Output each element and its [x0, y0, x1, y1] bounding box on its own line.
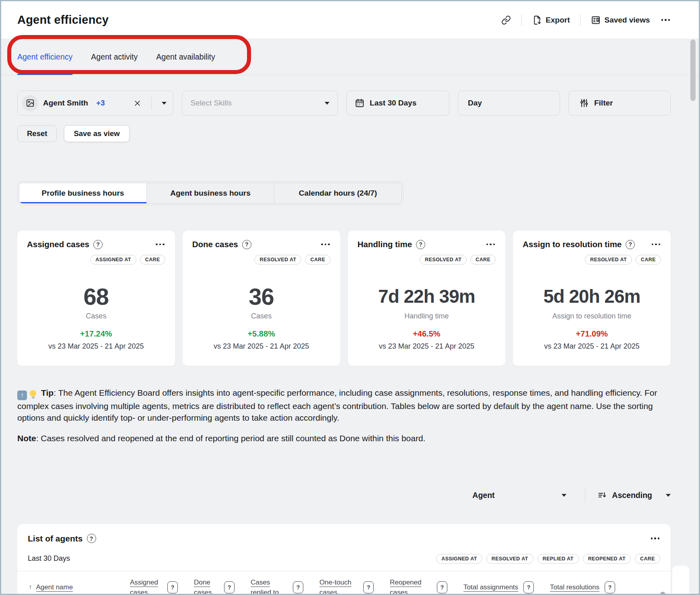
- sliders-icon: [579, 98, 589, 108]
- board-tabs: Agent efficiency Agent activity Agent av…: [1, 39, 699, 75]
- status-badge: RESOLVED AT: [486, 554, 533, 564]
- card-more-button[interactable]: [155, 241, 165, 248]
- link-icon: [501, 15, 511, 25]
- tab-profile-business-hours[interactable]: Profile business hours: [19, 183, 147, 203]
- column-label[interactable]: One-touch cases: [319, 577, 358, 595]
- note-label: Note: [17, 434, 36, 443]
- chevron-down-icon: [325, 102, 329, 105]
- card-more-button[interactable]: [651, 241, 661, 248]
- column-label[interactable]: Total assignments: [463, 582, 518, 592]
- tab-label: Agent activity: [91, 52, 138, 62]
- help-icon[interactable]: ?: [523, 581, 534, 593]
- save-as-view-button[interactable]: Save as view: [64, 125, 129, 142]
- help-icon[interactable]: ?: [293, 581, 303, 593]
- top-bar: Agent efficiency Export Saved views: [1, 1, 699, 39]
- tab-agent-availability[interactable]: Agent availability: [156, 39, 215, 75]
- metric-comparison: vs 23 Mar 2025 - 21 Apr 2025: [27, 342, 165, 351]
- card-title: Assigned cases: [27, 240, 89, 249]
- metric-unit: Assign to resolution time: [523, 312, 661, 320]
- handling-time-card: Handling time ? RESOLVED AT CARE 7d 22h …: [348, 231, 506, 366]
- agent-filter-clear-button[interactable]: [134, 99, 141, 107]
- chip-divider: [151, 97, 152, 109]
- business-hours-tabs: Profile business hours Agent business ho…: [17, 181, 404, 205]
- assign-to-resolution-card: Assign to resolution time ? RESOLVED AT …: [513, 231, 671, 366]
- page-title: Agent efficiency: [17, 13, 109, 27]
- metric-unit: Handling time: [358, 312, 496, 320]
- column-label[interactable]: Agent name: [36, 582, 73, 592]
- date-range-value: Last 30 Days: [370, 99, 416, 107]
- light-bulb-emoji-icon: [30, 390, 36, 397]
- agent-filter-value: Agent Smith: [43, 99, 88, 107]
- chevron-down-icon[interactable]: [162, 102, 167, 105]
- more-options-button[interactable]: [661, 17, 671, 23]
- help-icon[interactable]: ?: [224, 581, 235, 593]
- help-icon[interactable]: ?: [626, 240, 635, 249]
- tab-calendar-hours[interactable]: Calendar hours (24/7): [274, 183, 401, 203]
- status-badge: CARE: [470, 255, 496, 264]
- sort-by-value: Agent: [472, 491, 494, 500]
- column-header-assigned-cases: Assigned cases ?: [130, 577, 178, 595]
- card-title: Handling time: [358, 240, 412, 249]
- tab-agent-activity[interactable]: Agent activity: [91, 39, 138, 75]
- note-text: : Cases resolved and reopened at the end…: [36, 434, 426, 443]
- page-scrollbar-thumb[interactable]: [690, 39, 696, 101]
- agent-efficiency-dashboard: Agent efficiency Export Saved views Agen…: [0, 0, 700, 595]
- skills-filter-placeholder: Select Skills: [190, 99, 231, 107]
- metric-value: 7d 22h 39m: [358, 284, 496, 309]
- note-paragraph: Note: Cases resolved and reopened at the…: [17, 432, 661, 444]
- card-more-button[interactable]: [486, 241, 496, 248]
- sort-divider: [585, 488, 585, 503]
- saved-views-button[interactable]: Saved views: [591, 15, 650, 25]
- avatar: [22, 95, 38, 111]
- help-icon[interactable]: ?: [242, 240, 251, 249]
- tab-label: Agent efficiency: [17, 52, 72, 62]
- column-label[interactable]: Reopened cases: [390, 577, 432, 595]
- saved-views-icon: [591, 15, 601, 25]
- metric-comparison: vs 23 Mar 2025 - 21 Apr 2025: [523, 342, 661, 351]
- tab-label: Agent business hours: [170, 189, 251, 198]
- agent-filter-select[interactable]: Agent Smith +3: [17, 91, 173, 116]
- scroll-area-fragment: [672, 566, 689, 594]
- help-icon[interactable]: ?: [93, 240, 103, 249]
- help-icon[interactable]: ?: [416, 240, 425, 249]
- metric-unit: Cases: [192, 312, 331, 320]
- help-icon[interactable]: ?: [605, 581, 615, 593]
- tab-agent-business-hours[interactable]: Agent business hours: [147, 183, 274, 203]
- column-label[interactable]: Done cases: [194, 577, 219, 595]
- metric-unit: Cases: [27, 312, 165, 320]
- table-more-button[interactable]: [650, 535, 661, 542]
- card-title: Done cases: [192, 240, 238, 249]
- status-badge: RESOLVED AT: [585, 255, 632, 264]
- assigned-cases-card: Assigned cases ? ASSIGNED AT CARE 68 Cas…: [17, 231, 175, 366]
- column-label[interactable]: Cases replied to: [251, 577, 288, 595]
- filter-button[interactable]: Filter: [568, 91, 671, 116]
- help-icon[interactable]: ?: [167, 581, 178, 593]
- skills-filter-select[interactable]: Select Skills: [182, 91, 338, 116]
- metric-value: 5d 20h 26m: [523, 284, 661, 309]
- card-title: Assign to resolution time: [523, 240, 622, 249]
- help-icon[interactable]: ?: [363, 581, 374, 593]
- metric-cards-row: Assigned cases ? ASSIGNED AT CARE 68 Cas…: [17, 231, 671, 366]
- granularity-value: Day: [468, 99, 482, 107]
- granularity-select[interactable]: Day: [458, 91, 560, 116]
- table-badges: ASSIGNED AT RESOLVED AT REPLIED AT REOPE…: [436, 554, 660, 564]
- export-button[interactable]: Export: [532, 15, 570, 25]
- card-more-button[interactable]: [320, 241, 331, 248]
- status-badge: ASSIGNED AT: [436, 554, 482, 564]
- column-header-cases-replied-to: Cases replied to ?: [251, 577, 303, 595]
- date-range-select[interactable]: Last 30 Days: [346, 91, 449, 116]
- help-icon[interactable]: ?: [437, 581, 447, 593]
- filter-actions-row: Reset Save as view: [17, 125, 671, 142]
- sort-by-select[interactable]: Agent: [469, 491, 570, 500]
- table-scrollbar-thumb[interactable]: [660, 592, 665, 595]
- reset-button[interactable]: Reset: [17, 125, 57, 142]
- tip-block: ↑Tip: The Agent Efficiency Board offers …: [17, 387, 661, 444]
- help-icon[interactable]: ?: [87, 534, 96, 543]
- column-label[interactable]: Total resolutions: [550, 582, 599, 592]
- column-label[interactable]: Assigned cases: [130, 577, 162, 595]
- sort-direction-select[interactable]: Ascending: [597, 491, 671, 500]
- tip-text: : The Agent Efficiency Board offers insi…: [17, 388, 657, 422]
- copy-link-button[interactable]: [501, 15, 511, 25]
- tab-agent-efficiency[interactable]: Agent efficiency: [17, 39, 72, 75]
- tab-label: Profile business hours: [42, 189, 124, 198]
